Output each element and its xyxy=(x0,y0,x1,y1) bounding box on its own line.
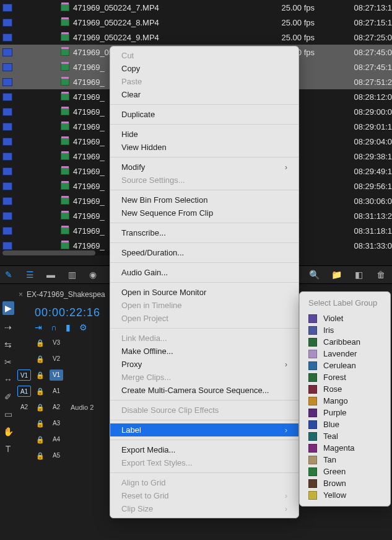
label-option[interactable]: Purple xyxy=(300,407,390,418)
label-chip[interactable] xyxy=(2,227,12,235)
list-view-icon[interactable]: ☰ xyxy=(25,270,35,280)
card-view-icon[interactable]: ▬ xyxy=(46,270,56,280)
lock-icon[interactable]: 🔒 xyxy=(36,420,45,428)
clip-row[interactable]: 471969_050224_8.MP425.00 fps08:27:15:1 xyxy=(0,15,392,30)
label-option[interactable]: Rose xyxy=(300,383,390,395)
context-menu[interactable]: CutCopyPasteClearDuplicateHideView Hidde… xyxy=(110,46,299,518)
menu-item[interactable]: Transcribe... xyxy=(110,226,298,239)
label-option[interactable]: Violet xyxy=(300,312,390,324)
label-chip[interactable] xyxy=(2,4,12,12)
menu-item[interactable]: Duplicate xyxy=(110,108,298,121)
new-item-icon[interactable]: ◧ xyxy=(354,270,364,280)
menu-item[interactable]: Create Multi-Camera Source Sequence... xyxy=(110,384,298,397)
track-a1[interactable]: A1🔒A1 xyxy=(17,383,94,399)
lock-icon[interactable]: 🔒 xyxy=(36,452,45,460)
label-option[interactable]: Green xyxy=(300,466,390,477)
rectangle-tool-icon[interactable]: ▭ xyxy=(4,409,12,419)
label-chip[interactable] xyxy=(2,197,12,205)
label-option[interactable]: Brown xyxy=(300,477,390,489)
lock-icon[interactable]: 🔒 xyxy=(36,371,45,379)
label-chip[interactable] xyxy=(2,63,12,71)
label-chip[interactable] xyxy=(2,182,12,190)
sequence-tab[interactable]: × EX-471969_Shakespea xyxy=(19,290,105,299)
track-v3[interactable]: 🔒V3 xyxy=(17,335,94,351)
label-option[interactable]: Blue xyxy=(300,418,390,430)
label-chip[interactable] xyxy=(2,48,12,56)
track-a5[interactable]: 🔒A5 xyxy=(17,448,94,464)
lock-icon[interactable]: 🔒 xyxy=(36,436,45,444)
menu-item[interactable]: Label› xyxy=(110,423,298,436)
search-icon[interactable]: 🔍 xyxy=(309,270,319,280)
label-chip[interactable] xyxy=(2,153,12,161)
clip-row[interactable]: 471969_050224_9.MP425.00 fps08:27:25:0 xyxy=(0,30,392,45)
menu-item[interactable]: Hide xyxy=(110,128,298,141)
label-option[interactable]: Mango xyxy=(300,395,390,407)
label-chip[interactable] xyxy=(2,108,12,116)
lock-icon[interactable]: 🔒 xyxy=(36,387,45,396)
zoom-slider-dot-icon[interactable]: ◉ xyxy=(88,270,98,280)
menu-item[interactable]: View Hidden xyxy=(110,141,298,154)
settings-icon[interactable]: ⚙ xyxy=(79,322,87,332)
pen-tool-icon[interactable]: ✐ xyxy=(4,392,12,402)
label-option[interactable]: Forest xyxy=(300,371,390,383)
menu-item[interactable]: Export Media... xyxy=(110,443,298,456)
track-a3[interactable]: 🔒A3 xyxy=(17,415,94,432)
label-chip[interactable] xyxy=(2,167,12,175)
label-option[interactable]: Yellow xyxy=(300,489,390,501)
selection-tool-icon[interactable]: ▶ xyxy=(2,301,14,315)
label-option[interactable]: Cerulean xyxy=(300,360,390,371)
pencil-icon[interactable]: ✎ xyxy=(4,270,14,280)
trash-icon[interactable]: 🗑 xyxy=(376,270,386,280)
lock-icon[interactable]: 🔒 xyxy=(36,339,45,347)
label-option[interactable]: Magenta xyxy=(300,442,390,454)
label-option[interactable]: Caribbean xyxy=(300,336,390,348)
razor-tool-icon[interactable]: ✂ xyxy=(4,357,12,367)
menu-item[interactable]: Clear xyxy=(110,88,298,101)
label-chip[interactable] xyxy=(2,33,12,42)
linked-selection-icon[interactable]: ∩ xyxy=(51,322,57,332)
track-a4[interactable]: 🔒A4 xyxy=(17,432,94,448)
hand-tool-icon[interactable]: ✋ xyxy=(3,427,14,436)
label-submenu[interactable]: Select Label Group VioletIrisCaribbeanLa… xyxy=(299,291,391,507)
tab-close-icon[interactable]: × xyxy=(19,290,23,299)
menu-item[interactable]: Audio Gain... xyxy=(110,266,298,279)
scrollbar-thumb[interactable] xyxy=(2,250,95,255)
label-chip[interactable] xyxy=(2,78,12,86)
menu-item[interactable]: Make Offline... xyxy=(110,345,298,358)
label-option[interactable]: Teal xyxy=(300,430,390,442)
track-a2[interactable]: A2🔒A2Audio 2 xyxy=(17,399,94,415)
clip-icon xyxy=(61,93,69,100)
ripple-tool-icon[interactable]: ⇆ xyxy=(4,340,12,350)
label-chip[interactable] xyxy=(2,19,12,27)
label-chip[interactable] xyxy=(2,138,12,146)
menu-item[interactable]: New Bin From Selection xyxy=(110,193,298,206)
new-bin-icon[interactable]: 📁 xyxy=(331,270,341,280)
label-chip[interactable] xyxy=(2,242,12,250)
label-option[interactable]: Lavender xyxy=(300,348,390,360)
marker-icon[interactable]: ▮ xyxy=(66,322,71,332)
type-tool-icon[interactable]: T xyxy=(6,444,11,454)
lock-icon[interactable]: 🔒 xyxy=(36,355,45,363)
snap-icon[interactable]: ⇥ xyxy=(35,322,42,332)
label-chip[interactable] xyxy=(2,93,12,101)
menu-item[interactable]: Copy xyxy=(110,62,298,75)
playhead-timecode[interactable]: 00:00:22:16 xyxy=(35,306,100,319)
label-chip[interactable] xyxy=(2,212,12,220)
label-option[interactable]: Iris xyxy=(300,324,390,336)
menu-item[interactable]: Modify› xyxy=(110,161,298,174)
freeform-view-icon[interactable]: ▥ xyxy=(67,270,77,280)
slip-tool-icon[interactable]: ↔ xyxy=(4,374,12,384)
menu-item[interactable]: Proxy› xyxy=(110,358,298,371)
menu-item[interactable]: Speed/Duration... xyxy=(110,246,298,259)
lock-icon[interactable]: 🔒 xyxy=(36,404,45,412)
label-option[interactable]: Tan xyxy=(300,454,390,466)
track-select-tool-icon[interactable]: ⇢ xyxy=(4,322,12,332)
menu-item[interactable]: New Sequence From Clip xyxy=(110,206,298,219)
track-v2[interactable]: 🔒V2 xyxy=(17,351,94,367)
label-name: Magenta xyxy=(323,443,355,453)
label-chip[interactable] xyxy=(2,123,12,131)
track-v1[interactable]: V1🔒V1 xyxy=(17,367,94,383)
clip-name: 471969_050224_7.MP4 xyxy=(73,3,259,12)
menu-item[interactable]: Open in Source Monitor xyxy=(110,286,298,299)
clip-row[interactable]: 471969_050224_7.MP425.00 fps08:27:13:1 xyxy=(0,0,392,15)
